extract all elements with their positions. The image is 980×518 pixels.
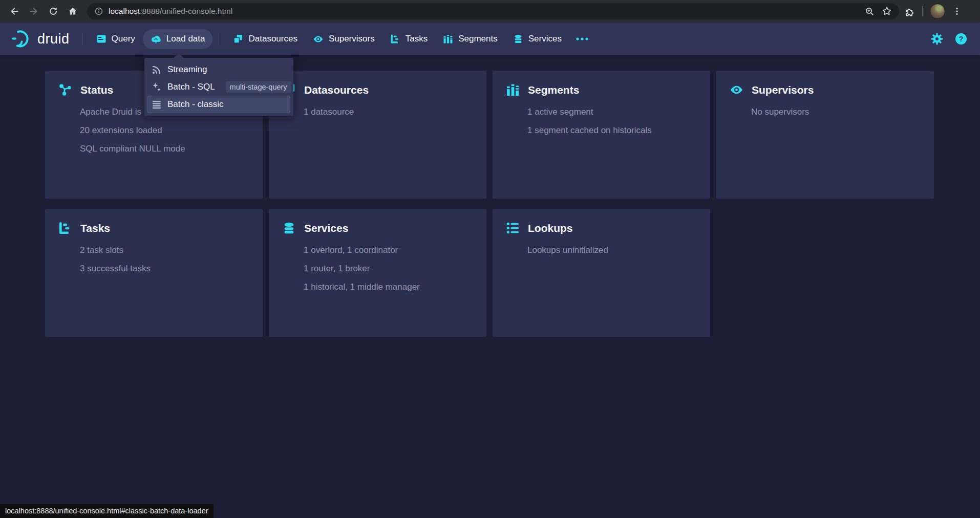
reload-button[interactable] <box>44 2 62 20</box>
list-icon <box>152 99 162 110</box>
supervisors-card-icon <box>730 83 743 97</box>
nav-more-menu[interactable] <box>569 32 595 46</box>
home-icon <box>68 6 78 16</box>
datasources-icon <box>233 34 243 44</box>
card-tasks[interactable]: Tasks 2 task slots 3 successful tasks <box>45 209 263 337</box>
reload-icon <box>48 6 58 16</box>
druid-logo[interactable]: druid <box>11 29 70 49</box>
link-preview: localhost:8888/unified-console.html#clas… <box>0 504 214 518</box>
browser-menu-icon[interactable] <box>952 7 962 16</box>
status-graph-icon <box>58 83 72 97</box>
card-services[interactable]: Services 1 overlord, 1 coordinator 1 rou… <box>269 209 486 337</box>
nav-query-label: Query <box>112 34 135 44</box>
url-path: :8888/unified-console.html <box>140 7 232 15</box>
druid-spiral-icon <box>11 29 33 49</box>
card-tasks-title: Tasks <box>80 222 110 234</box>
card-lookups[interactable]: Lookups Lookups uninitialized <box>493 209 710 337</box>
nav-segments-label: Segments <box>458 34 498 44</box>
menu-item-streaming-label: Streaming <box>167 64 207 75</box>
nav-query[interactable]: Query <box>89 29 143 49</box>
card-lookups-title: Lookups <box>528 222 573 234</box>
nav-tasks-label: Tasks <box>406 34 428 44</box>
nav-services[interactable]: Services <box>505 29 569 49</box>
url-text: localhost:8888/unified-console.html <box>109 7 232 16</box>
nav-divider <box>219 33 219 45</box>
toolbar-divider <box>922 6 923 16</box>
status-line: SQL compliant NULL mode <box>80 144 263 154</box>
services-line: 1 overlord, 1 coordinator <box>304 245 486 255</box>
back-icon <box>9 6 19 16</box>
load-data-menu: Streaming Batch - SQL multi-stage-query … <box>144 58 293 116</box>
forward-button[interactable] <box>25 2 43 20</box>
cloud-upload-icon <box>151 34 161 45</box>
nav-segments[interactable]: Segments <box>435 29 505 49</box>
card-datasources[interactable]: Datasources 1 datasource <box>269 71 486 199</box>
tasks-line: 3 successful tasks <box>80 264 263 274</box>
nav-load-data-label: Load data <box>166 34 205 44</box>
eye-icon <box>313 34 324 45</box>
card-datasources-title: Datasources <box>304 84 369 96</box>
card-supervisors-title: Supervisors <box>752 84 814 96</box>
card-supervisors[interactable]: Supervisors No supervisors <box>716 71 934 199</box>
query-icon <box>96 34 106 44</box>
menu-item-batch-classic[interactable]: Batch - classic <box>147 96 290 113</box>
nav-services-label: Services <box>528 34 562 44</box>
lookups-line: Lookups uninitialized <box>527 245 710 255</box>
card-services-title: Services <box>304 222 348 234</box>
card-segments[interactable]: Segments 1 active segment 1 segment cach… <box>493 71 710 199</box>
home-button[interactable] <box>63 2 82 20</box>
services-line: 1 historical, 1 middle manager <box>304 282 486 292</box>
zoom-page-icon[interactable] <box>865 7 875 16</box>
services-line: 1 router, 1 broker <box>304 264 486 274</box>
url-bar[interactable]: localhost:8888/unified-console.html <box>87 3 899 19</box>
forward-icon <box>29 6 39 16</box>
back-button[interactable] <box>5 2 24 20</box>
gantt-icon <box>390 34 400 44</box>
nav-divider <box>82 33 82 45</box>
menu-item-batch-classic-label: Batch - classic <box>167 99 224 110</box>
streaming-feed-icon <box>152 64 162 75</box>
services-card-icon <box>282 221 296 235</box>
nav-supervisors-label: Supervisors <box>329 34 375 44</box>
sparkles-icon <box>152 82 162 92</box>
card-status-title: Status <box>80 84 113 96</box>
supervisors-line: No supervisors <box>751 107 934 117</box>
segments-line: 1 segment cached on historicals <box>527 125 710 136</box>
nav-tasks[interactable]: Tasks <box>382 29 435 49</box>
profile-avatar[interactable] <box>930 4 945 19</box>
url-host: localhost <box>109 7 140 15</box>
menu-item-batch-sql[interactable]: Batch - SQL multi-stage-query <box>147 78 290 96</box>
site-info-icon[interactable] <box>94 7 103 16</box>
status-line: 20 extensions loaded <box>80 125 263 136</box>
segments-card-icon <box>506 83 520 97</box>
tasks-line: 2 task slots <box>80 245 263 255</box>
menu-item-streaming[interactable]: Streaming <box>147 61 290 78</box>
nav-supervisors[interactable]: Supervisors <box>305 29 382 49</box>
nav-load-data[interactable]: Load data <box>143 29 213 49</box>
database-icon <box>513 34 523 44</box>
msq-tag: multi-stage-query <box>226 81 291 93</box>
browser-chrome: localhost:8888/unified-console.html <box>0 0 980 23</box>
card-segments-title: Segments <box>528 84 579 96</box>
more-dots-icon <box>576 37 589 41</box>
svg-text:?: ? <box>959 35 964 43</box>
brand-name: druid <box>37 31 70 47</box>
menu-item-batch-sql-label: Batch - SQL <box>167 82 215 92</box>
settings-gear-icon[interactable] <box>931 33 943 45</box>
lookups-card-icon <box>506 221 520 235</box>
bookmark-star-icon[interactable] <box>882 6 892 16</box>
tasks-card-icon <box>58 221 72 235</box>
segments-line: 1 active segment <box>527 107 710 117</box>
datasources-line: 1 datasource <box>304 107 486 117</box>
nav-datasources[interactable]: Datasources <box>225 29 305 49</box>
druid-navbar: druid Query Load data Datasources Sup <box>0 23 980 55</box>
extensions-icon[interactable] <box>904 6 915 17</box>
segments-chart-icon <box>443 34 453 44</box>
help-icon[interactable]: ? <box>954 32 968 46</box>
nav-datasources-label: Datasources <box>248 34 297 44</box>
